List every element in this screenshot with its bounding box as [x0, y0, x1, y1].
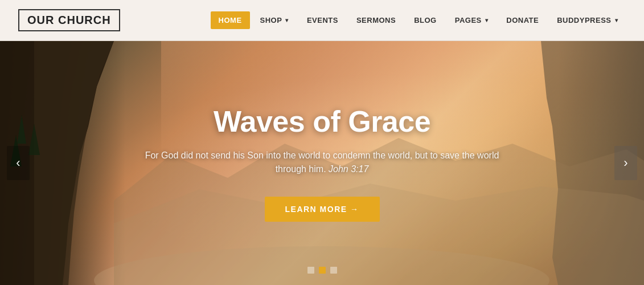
slider-next-button[interactable]: ›	[614, 146, 637, 180]
hero-verse: For God did not send his Son into the wo…	[143, 149, 502, 176]
main-nav: HOME SHOP ▾ EVENTS SERMONS BLOG PAGES ▾ …	[211, 11, 626, 29]
nav-item-blog[interactable]: BLOG	[406, 11, 445, 29]
nav-item-shop[interactable]: SHOP ▾	[252, 11, 297, 29]
chevron-down-icon: ▾	[485, 17, 489, 23]
nav-item-events[interactable]: EVENTS	[299, 11, 346, 29]
hero-title: Waves of Grace	[143, 104, 502, 139]
chevron-down-icon: ▾	[615, 17, 618, 23]
nav-item-home[interactable]: HOME	[211, 11, 250, 29]
slider-dot-3[interactable]	[330, 267, 337, 274]
slider-dot-1[interactable]	[307, 267, 314, 274]
svg-marker-1	[34, 41, 114, 285]
slider-prev-button[interactable]: ‹	[7, 146, 30, 180]
site-logo[interactable]: OUR CHURCH	[18, 9, 120, 31]
slider-dot-2[interactable]	[319, 267, 326, 274]
nav-item-sermons[interactable]: SERMONS	[348, 11, 404, 29]
nav-item-buddypress[interactable]: BUDDYPRESS ▾	[549, 11, 626, 29]
site-header: OUR CHURCH HOME SHOP ▾ EVENTS SERMONS BL…	[0, 0, 644, 41]
nav-item-donate[interactable]: DONATE	[498, 11, 547, 29]
hero-content: Waves of Grace For God did not send his …	[109, 104, 536, 222]
hero-slider: ‹ › Waves of Grace For God did not send …	[0, 41, 644, 285]
slider-dots	[307, 267, 337, 274]
nav-item-pages[interactable]: PAGES ▾	[447, 11, 497, 29]
chevron-down-icon: ▾	[285, 17, 289, 23]
hero-cta-button[interactable]: LEARN MORE →	[265, 197, 380, 222]
